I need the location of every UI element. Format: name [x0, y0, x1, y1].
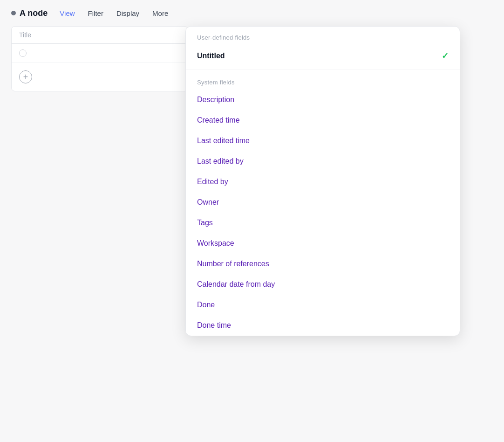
nav-filter[interactable]: Filter — [83, 7, 108, 19]
nav-display[interactable]: Display — [112, 7, 144, 19]
untitled-field-label: Untitled — [197, 52, 225, 60]
field-label-created-time: Created time — [197, 116, 240, 124]
field-label-last-edited-by: Last edited by — [197, 157, 244, 166]
nav-view[interactable]: View — [55, 7, 79, 19]
field-label-edited-by: Edited by — [197, 178, 228, 186]
table-area: Title + — [11, 26, 188, 91]
field-item-description[interactable]: Description — [186, 90, 460, 110]
field-item-tags[interactable]: Tags — [186, 213, 460, 233]
divider — [186, 69, 460, 69]
field-item-last-edited-time[interactable]: Last edited time — [186, 131, 460, 151]
field-label-calendar-date: Calendar date from day — [197, 280, 275, 289]
field-item-done-time[interactable]: Done time — [186, 315, 460, 336]
field-label-workspace: Workspace — [197, 239, 234, 248]
field-item-calendar-date[interactable]: Calendar date from day — [186, 274, 460, 295]
nav-more[interactable]: More — [148, 7, 173, 19]
user-defined-fields-label: User-defined fields — [186, 27, 460, 45]
field-label-tags: Tags — [197, 219, 213, 227]
field-item-done[interactable]: Done — [186, 295, 460, 315]
field-picker-dropdown: User-defined fields Untitled ✓ System fi… — [185, 26, 460, 336]
add-row-button[interactable]: + — [12, 63, 188, 91]
system-fields-label: System fields — [186, 71, 460, 90]
field-label-done: Done — [197, 301, 215, 309]
field-item-workspace[interactable]: Workspace — [186, 233, 460, 254]
field-label-owner: Owner — [197, 198, 219, 207]
field-item-edited-by[interactable]: Edited by — [186, 172, 460, 192]
field-item-owner[interactable]: Owner — [186, 192, 460, 213]
field-label-done-time: Done time — [197, 321, 231, 330]
row-circle-icon — [19, 49, 27, 57]
field-label-number-of-references: Number of references — [197, 260, 269, 268]
node-dot-icon — [11, 11, 16, 15]
untitled-field-item[interactable]: Untitled ✓ — [186, 45, 460, 67]
field-item-last-edited-by[interactable]: Last edited by — [186, 151, 460, 172]
field-item-number-of-references[interactable]: Number of references — [186, 254, 460, 274]
field-item-created-time[interactable]: Created time — [186, 110, 460, 131]
field-label-last-edited-time: Last edited time — [197, 137, 250, 145]
page-title: A node — [20, 8, 48, 18]
top-bar: A node View Filter Display More — [0, 0, 504, 26]
field-label-description: Description — [197, 96, 234, 104]
main-content: Title + User-defined fields Untitled ✓ S… — [0, 26, 504, 91]
check-icon: ✓ — [442, 51, 449, 61]
table-row — [12, 44, 188, 63]
table-column-title: Title — [12, 27, 188, 44]
add-icon[interactable]: + — [19, 70, 32, 83]
